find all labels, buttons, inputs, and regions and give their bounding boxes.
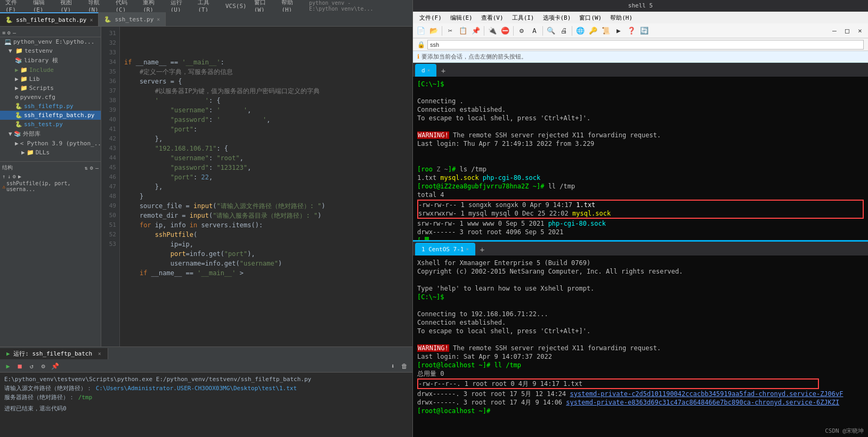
- run-pin-btn[interactable]: 📌: [50, 361, 60, 371]
- tree-pyvenv[interactable]: ⚙ pyvenv.cfg: [0, 93, 101, 102]
- struct-down-btn[interactable]: ↓: [7, 174, 11, 179]
- xtb-print[interactable]: 🖨: [558, 25, 570, 37]
- struct-expand-btn[interactable]: ▶: [18, 174, 21, 179]
- term1-ll-cmd: [root@iZ2zea8gubfjvrru78hna2Z ~]# ll /tm…: [417, 182, 864, 191]
- xtb-maximize[interactable]: □: [841, 25, 853, 37]
- term-tab-2[interactable]: 1 CentOS 7-1 ×: [415, 243, 475, 255]
- xtb-key[interactable]: 🔑: [587, 25, 599, 37]
- struct-up-btn[interactable]: ↑: [2, 174, 5, 179]
- xtb-help[interactable]: ❓: [626, 25, 637, 37]
- term-area-2: Xshell for Xmanager Enterprise 5 (Build …: [413, 255, 868, 437]
- run-play-btn[interactable]: ▶: [3, 361, 13, 371]
- xtb-font[interactable]: A: [529, 25, 540, 37]
- close-tab-2[interactable]: ×: [157, 17, 160, 22]
- term2-blank3: [417, 335, 864, 344]
- term-tab-add-1[interactable]: +: [437, 65, 449, 77]
- xshell-title-bar: shell 5: [413, 0, 868, 12]
- xtb-new[interactable]: 📄: [415, 25, 427, 37]
- run-scroll-btn[interactable]: ⬇: [388, 361, 398, 371]
- xtb-minimize[interactable]: —: [829, 25, 840, 37]
- run-clear-btn[interactable]: 🗑: [400, 361, 409, 371]
- struct-filter-btn[interactable]: ⚙: [90, 165, 93, 171]
- term1-drwx: drwx------ 3 root root 4096 Sep 5 2021: [417, 228, 864, 236]
- term2-file1: -rw-r--r--. 1 root root 0 4月 9 14:17 1.t…: [418, 380, 818, 388]
- run-stop-btn[interactable]: ■: [15, 361, 25, 371]
- term2-highlighted-file: -rw-r--r--. 1 root root 0 4月 9 14:17 1.t…: [417, 378, 819, 389]
- tree-scripts[interactable]: ▶ 📁 Scripts: [0, 84, 101, 93]
- code-editor[interactable]: 31 32 33 34 35 36 37 38 39 40 41 42 43 4…: [101, 27, 412, 347]
- tree-library[interactable]: 📚 library 根: [0, 55, 101, 65]
- xm-edit[interactable]: 编辑(E): [446, 13, 477, 23]
- tree-ssh-test[interactable]: 🐍 ssh_test.py: [0, 120, 101, 129]
- run-line-1: 请输入源文件路径（绝对路径）： C:\Users\Administrator.U…: [4, 384, 408, 393]
- term-tab-1-close[interactable]: ×: [427, 68, 430, 73]
- struct-minus-btn[interactable]: —: [95, 165, 99, 171]
- menu-vcs[interactable]: VCS(S): [222, 2, 250, 11]
- xtb-close[interactable]: ×: [854, 25, 866, 37]
- xm-tab[interactable]: 选项卡(B): [539, 13, 575, 23]
- xm-view[interactable]: 查看(V): [477, 13, 508, 23]
- tree-include[interactable]: ▶ 📁 Include: [0, 65, 101, 75]
- xm-help[interactable]: 帮助(H): [606, 13, 637, 23]
- xtb-script[interactable]: 📜: [600, 25, 612, 37]
- term1-prompt-end: [: [417, 236, 864, 242]
- xm-tools[interactable]: 工具(I): [508, 13, 539, 23]
- term2-ll-cmd: [root@localhost ~]# ll /tmp: [417, 361, 864, 369]
- project-tree: ≡ ⚙ — 💻 python_venv E:\pytho... ▼ 📁 test…: [0, 27, 101, 347]
- tree-ssh-fileftp[interactable]: 🐍 ssh_fileftp.py: [0, 102, 101, 111]
- struct-item: ⚠ sshPutfile(ip, port, userna...: [2, 180, 99, 192]
- xtb-paste[interactable]: 📌: [470, 25, 482, 37]
- tree-testvenv[interactable]: ▼ 📁 testvenv: [0, 46, 101, 55]
- tree-toolbar-btn-1[interactable]: ≡: [2, 30, 5, 36]
- session-add-btn[interactable]: 🔒: [417, 41, 425, 48]
- close-tab-1[interactable]: ×: [90, 17, 93, 23]
- struct-gear-btn[interactable]: ⚙: [13, 174, 16, 179]
- run-gear-btn[interactable]: ⚙: [38, 361, 48, 371]
- term1-blank4: [417, 156, 864, 165]
- tree-toolbar-btn-2[interactable]: ⚙: [7, 30, 11, 36]
- xtb-connect[interactable]: 🔌: [486, 25, 498, 37]
- csdn-watermark: CSDN @宋晓坤: [825, 427, 864, 435]
- xtb-disconnect[interactable]: ⛔: [499, 25, 511, 37]
- term-tab-add-2[interactable]: +: [476, 244, 488, 255]
- file-tab-bar: 🐍 ssh_fileftp_batch.py × 🐍 ssh_test.py ×: [0, 12, 412, 27]
- xtb-globe[interactable]: 🌐: [574, 25, 586, 37]
- term1-blank2: [417, 122, 864, 131]
- tab-ssh-fileftp-batch[interactable]: 🐍 ssh_fileftp_batch.py ×: [0, 12, 99, 26]
- tree-toolbar-btn-3[interactable]: —: [13, 30, 16, 36]
- xm-file[interactable]: 文件(F): [415, 13, 446, 23]
- term2-escape: To escape to local shell, press 'Ctrl+Al…: [417, 327, 864, 335]
- xtb-open[interactable]: 📂: [428, 25, 440, 37]
- tab-ssh-test[interactable]: 🐍 ssh_test.py ×: [99, 12, 166, 26]
- term-tab-1[interactable]: d ×: [415, 64, 436, 77]
- tree-lib[interactable]: ▶ 📁 Lib: [0, 75, 101, 84]
- term2-total: 总用量 0: [417, 369, 864, 378]
- xtb-cut[interactable]: ✂: [444, 25, 456, 37]
- xtb-search[interactable]: 🔍: [545, 25, 557, 37]
- term-tab-bar-2: 1 CentOS 7-1 × +: [413, 242, 868, 255]
- tree-dlls[interactable]: ▶ 📁 DLLs: [0, 148, 101, 157]
- term2-xshell-header: Xshell for Xmanager Enterprise 5 (Build …: [417, 259, 864, 267]
- struct-sort-btn[interactable]: ⇅: [85, 165, 88, 171]
- run-rerun-btn[interactable]: ↺: [27, 361, 36, 371]
- term1-blank3: [417, 148, 864, 156]
- xtb-update[interactable]: 🔄: [638, 25, 650, 37]
- term-area-1: [C:\~]$ Connecting . Connection establis…: [413, 77, 868, 242]
- tree-python39[interactable]: ▶ < Python 3.9 (python_...): [0, 139, 101, 148]
- run-result: 进程已结束，退出代码0: [4, 404, 408, 413]
- tree-external-lib[interactable]: ▼ 📚 外部库: [0, 129, 101, 139]
- term1-file1: -rw-rw-r-- 1 songxk songxk 0 Apr 9 14:17…: [418, 201, 863, 209]
- term1-php-sock: srw-rw-rw- 1 www www 0 Sep 5 2021 php-cg…: [417, 219, 864, 228]
- session-input[interactable]: [427, 40, 864, 50]
- tree-ssh-fileftp-batch[interactable]: 🐍 ssh_fileftp_batch.py: [0, 111, 101, 120]
- term-tab-2-close[interactable]: ×: [466, 246, 468, 252]
- run-tab-close[interactable]: ×: [98, 351, 101, 357]
- xtb-sep-4: [542, 26, 543, 36]
- code-content[interactable]: if __name__ == '__main__': #定义一个字典，写服务器的…: [120, 27, 412, 347]
- run-tab[interactable]: ▶ 运行: ssh_fileftp_batch ×: [0, 348, 108, 359]
- xtb-settings[interactable]: ⚙: [516, 25, 528, 37]
- xtb-sep-5: [572, 26, 572, 36]
- xm-window[interactable]: 窗口(W): [575, 13, 606, 23]
- xtb-macro[interactable]: ▶: [613, 25, 624, 37]
- xtb-copy[interactable]: 📋: [457, 25, 469, 37]
